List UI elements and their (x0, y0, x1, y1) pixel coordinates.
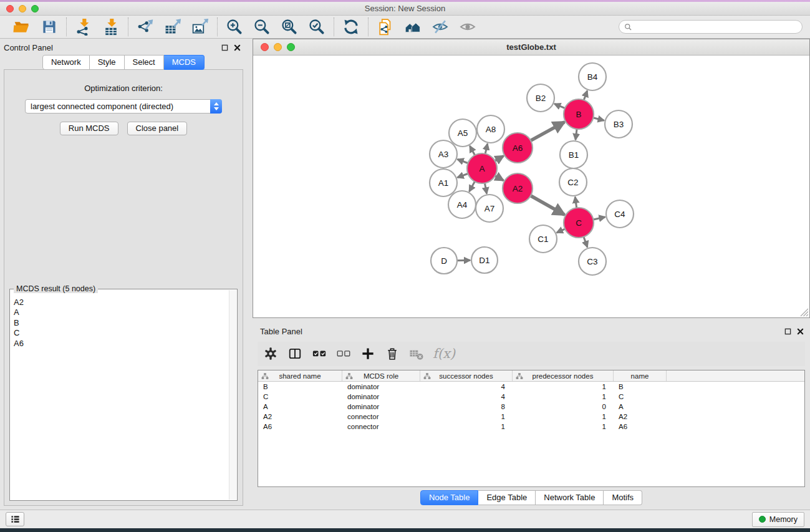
search-input[interactable] (635, 22, 797, 31)
mcds-result-item[interactable]: A (14, 307, 226, 317)
close-table-panel-icon[interactable] (797, 328, 804, 335)
edge-A-A7[interactable] (485, 183, 486, 194)
graph-node-C3[interactable]: C3 (579, 248, 606, 275)
column-header-shared-name[interactable]: shared name (258, 370, 342, 381)
graph-node-A3[interactable]: A3 (430, 140, 457, 168)
control-tab-style[interactable]: Style (90, 55, 125, 70)
export-table-button[interactable] (163, 17, 183, 36)
table-row[interactable]: Bdominator41B (258, 382, 804, 392)
mcds-result-item[interactable]: C (14, 328, 226, 338)
import-network-button[interactable] (74, 17, 94, 36)
graph-node-B3[interactable]: B3 (605, 110, 632, 138)
float-panel-icon[interactable] (221, 44, 228, 51)
graph-node-A[interactable]: A (467, 153, 497, 183)
graph-node-D[interactable]: D (431, 248, 457, 274)
svg-text:C4: C4 (614, 210, 625, 219)
table-tab-motifs[interactable]: Motifs (604, 490, 642, 505)
show-graphics-button[interactable] (458, 17, 478, 36)
export-image-button[interactable] (190, 17, 210, 36)
memory-button[interactable]: Memory (752, 512, 804, 527)
table-row[interactable]: A6connector11A6 (258, 422, 804, 432)
graph-node-B4[interactable]: B4 (579, 63, 606, 90)
refresh-button[interactable] (341, 17, 361, 36)
network-graph[interactable]: B4B2BB3A8A5A6A3B1AC2A1A2A4A7C4CC1C3DD1 (253, 56, 809, 317)
edge-B-B2[interactable] (554, 104, 566, 109)
graph-node-A8[interactable]: A8 (477, 115, 504, 143)
edge-C-C2[interactable] (575, 197, 577, 208)
edge-A-A5[interactable] (470, 146, 475, 156)
table-row[interactable]: Adominator80A (258, 402, 804, 412)
edge-A6-B[interactable] (530, 122, 564, 141)
graph-node-C4[interactable]: C4 (606, 200, 634, 228)
resize-grip-icon[interactable] (799, 307, 809, 317)
table-tab-node-table[interactable]: Node Table (420, 490, 479, 505)
table-row[interactable]: Cdominator41C (258, 392, 804, 402)
graph-node-A5[interactable]: A5 (449, 119, 476, 147)
control-tab-network[interactable]: Network (42, 55, 90, 70)
edge-A2-C[interactable] (530, 195, 564, 215)
run-mcds-button[interactable]: Run MCDS (60, 122, 118, 135)
edge-B-B4[interactable] (584, 91, 587, 101)
criterion-select[interactable]: largest connected component (directed) (25, 99, 222, 114)
table-row[interactable]: A2connector11A2 (258, 412, 804, 422)
graph-node-A1[interactable]: A1 (430, 169, 457, 196)
column-header-successor-nodes[interactable]: successor nodes (420, 370, 513, 381)
edge-C-C1[interactable] (557, 229, 566, 233)
close-panel-icon[interactable] (234, 44, 241, 51)
graph-node-D1[interactable]: D1 (471, 247, 498, 273)
export-network-button[interactable] (135, 17, 155, 36)
zoom-fit-button[interactable] (279, 17, 299, 36)
graph-node-A6[interactable]: A6 (503, 133, 533, 163)
edge-A-A6[interactable] (494, 156, 504, 161)
edge-C-C4[interactable] (592, 217, 605, 220)
zoom-selected-button[interactable] (307, 17, 327, 36)
graph-node-C2[interactable]: C2 (559, 168, 587, 196)
search-box[interactable] (619, 20, 803, 34)
graph-node-A4[interactable]: A4 (448, 191, 476, 218)
table-settings-button[interactable] (261, 344, 280, 363)
edge-A-A2[interactable] (494, 175, 503, 180)
select-all-button[interactable] (310, 344, 329, 363)
zoom-in-button[interactable] (224, 17, 244, 36)
close-panel-button[interactable]: Close panel (127, 122, 188, 135)
mcds-result-item[interactable]: A2 (14, 297, 226, 307)
column-header-name[interactable]: name (614, 370, 667, 381)
edge-B-B3[interactable] (592, 118, 604, 121)
edge-A-A1[interactable] (458, 173, 469, 178)
task-history-button[interactable] (6, 512, 24, 526)
edge-B-B1[interactable] (576, 128, 577, 140)
graph-node-B2[interactable]: B2 (527, 84, 554, 112)
home-button[interactable] (403, 17, 423, 36)
edge-A-A4[interactable] (470, 181, 475, 191)
table-tab-network-table[interactable]: Network Table (536, 490, 604, 505)
edge-C-C3[interactable] (584, 236, 587, 248)
graph-node-A2[interactable]: A2 (503, 173, 533, 203)
column-header-mcds-role[interactable]: MCDS role (342, 370, 420, 381)
table-tab-edge-table[interactable]: Edge Table (478, 490, 536, 505)
edge-A-A3[interactable] (458, 159, 469, 163)
clone-network-button[interactable] (375, 17, 395, 36)
graph-node-C[interactable]: C (564, 208, 594, 238)
graph-node-B[interactable]: B (564, 99, 594, 129)
zoom-out-button[interactable] (252, 17, 272, 36)
open-session-button[interactable] (12, 17, 32, 36)
import-table-button[interactable] (101, 17, 121, 36)
graph-node-A7[interactable]: A7 (476, 195, 503, 222)
deselect-all-button[interactable] (334, 344, 353, 363)
hide-graphics-button[interactable] (430, 17, 450, 36)
show-columns-button[interactable] (286, 344, 304, 363)
graph-node-C1[interactable]: C1 (529, 225, 557, 253)
float-table-panel-icon[interactable] (784, 328, 791, 335)
mcds-result-item[interactable]: A6 (14, 339, 226, 349)
delete-column-button[interactable] (383, 344, 402, 363)
graph-node-B1[interactable]: B1 (560, 141, 587, 168)
add-column-button[interactable] (359, 344, 377, 363)
control-tab-select[interactable]: Select (125, 55, 164, 70)
control-tab-mcds[interactable]: MCDS (164, 55, 205, 70)
edge-A-A8[interactable] (485, 143, 488, 154)
result-scrollbar[interactable] (229, 290, 236, 500)
network-canvas[interactable]: B4B2BB3A8A5A6A3B1AC2A1A2A4A7C4CC1C3DD1 (253, 56, 809, 317)
save-session-button[interactable] (39, 17, 59, 36)
column-header-predecessor-nodes[interactable]: predecessor nodes (513, 370, 614, 381)
mcds-result-item[interactable]: B (14, 318, 226, 328)
